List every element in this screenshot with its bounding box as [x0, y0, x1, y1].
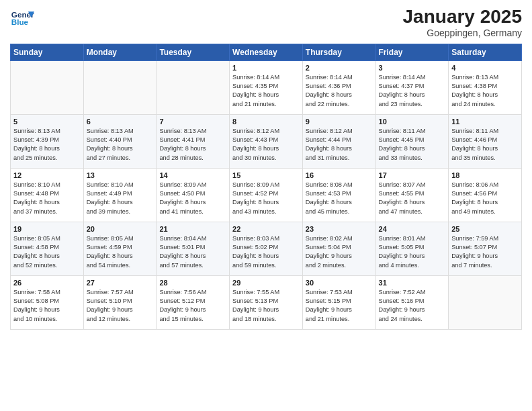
calendar-cell: 16Sunrise: 8:08 AM Sunset: 4:53 PM Dayli…: [302, 168, 375, 222]
day-info: Sunrise: 8:14 AM Sunset: 4:37 PM Dayligh…: [379, 73, 446, 109]
calendar-cell: 4Sunrise: 8:13 AM Sunset: 4:38 PM Daylig…: [449, 60, 522, 114]
day-number: 16: [306, 171, 373, 179]
day-info: Sunrise: 8:13 AM Sunset: 4:40 PM Dayligh…: [87, 127, 154, 163]
calendar-cell: 17Sunrise: 8:07 AM Sunset: 4:55 PM Dayli…: [375, 168, 449, 222]
day-info: Sunrise: 8:11 AM Sunset: 4:45 PM Dayligh…: [379, 127, 446, 163]
day-info: Sunrise: 8:08 AM Sunset: 4:53 PM Dayligh…: [306, 181, 373, 216]
day-number: 3: [379, 64, 446, 72]
day-number: 22: [232, 225, 300, 233]
calendar-week-row: 26Sunrise: 7:58 AM Sunset: 5:08 PM Dayli…: [11, 275, 522, 329]
day-number: 15: [232, 171, 300, 179]
day-number: 13: [87, 171, 154, 179]
day-number: 1: [232, 64, 300, 72]
day-number: 6: [87, 118, 154, 126]
day-info: Sunrise: 8:11 AM Sunset: 4:46 PM Dayligh…: [451, 127, 519, 163]
calendar-cell: 11Sunrise: 8:11 AM Sunset: 4:46 PM Dayli…: [449, 114, 522, 168]
page: General Blue January 2025 Goeppingen, Ge…: [0, 0, 532, 411]
calendar: SundayMondayTuesdayWednesdayThursdayFrid…: [10, 44, 522, 330]
day-info: Sunrise: 8:12 AM Sunset: 4:44 PM Dayligh…: [306, 127, 373, 163]
calendar-cell: 28Sunrise: 7:56 AM Sunset: 5:12 PM Dayli…: [157, 275, 230, 329]
header: General Blue January 2025 Goeppingen, Ge…: [10, 7, 522, 38]
logo: General Blue: [10, 7, 34, 31]
calendar-week-row: 5Sunrise: 8:13 AM Sunset: 4:39 PM Daylig…: [11, 114, 522, 168]
day-number: 17: [379, 171, 446, 179]
day-info: Sunrise: 8:13 AM Sunset: 4:41 PM Dayligh…: [159, 127, 226, 163]
title-block: January 2025 Goeppingen, Germany: [403, 7, 522, 38]
calendar-cell: 8Sunrise: 8:12 AM Sunset: 4:43 PM Daylig…: [230, 114, 303, 168]
calendar-cell: 6Sunrise: 8:13 AM Sunset: 4:40 PM Daylig…: [83, 114, 157, 168]
calendar-cell: 5Sunrise: 8:13 AM Sunset: 4:39 PM Daylig…: [11, 114, 84, 168]
calendar-cell: 30Sunrise: 7:53 AM Sunset: 5:15 PM Dayli…: [302, 275, 375, 329]
day-number: 30: [306, 279, 373, 287]
day-info: Sunrise: 7:52 AM Sunset: 5:16 PM Dayligh…: [379, 288, 446, 324]
day-number: 5: [13, 118, 81, 126]
day-info: Sunrise: 7:57 AM Sunset: 5:10 PM Dayligh…: [87, 288, 154, 324]
weekday-header: Tuesday: [157, 44, 230, 60]
calendar-cell: 3Sunrise: 8:14 AM Sunset: 4:37 PM Daylig…: [375, 60, 449, 114]
logo-icon: General Blue: [10, 7, 34, 31]
day-number: 29: [232, 279, 300, 287]
day-number: 18: [451, 171, 519, 179]
calendar-cell: [157, 60, 230, 114]
calendar-cell: 25Sunrise: 7:59 AM Sunset: 5:07 PM Dayli…: [449, 222, 522, 275]
day-info: Sunrise: 8:04 AM Sunset: 5:01 PM Dayligh…: [159, 234, 226, 270]
page-subtitle: Goeppingen, Germany: [403, 28, 522, 38]
day-number: 2: [306, 64, 373, 72]
weekday-header: Monday: [83, 44, 157, 60]
day-info: Sunrise: 8:14 AM Sunset: 4:35 PM Dayligh…: [232, 73, 300, 109]
calendar-cell: [11, 60, 84, 114]
day-info: Sunrise: 8:09 AM Sunset: 4:50 PM Dayligh…: [159, 181, 226, 216]
weekday-header: Friday: [375, 44, 449, 60]
calendar-cell: 29Sunrise: 7:55 AM Sunset: 5:13 PM Dayli…: [230, 275, 303, 329]
day-number: 11: [451, 118, 519, 126]
day-info: Sunrise: 8:06 AM Sunset: 4:56 PM Dayligh…: [451, 181, 519, 216]
day-number: 27: [87, 279, 154, 287]
page-title: January 2025: [403, 7, 522, 28]
day-info: Sunrise: 8:10 AM Sunset: 4:49 PM Dayligh…: [87, 181, 154, 216]
day-info: Sunrise: 8:14 AM Sunset: 4:36 PM Dayligh…: [306, 73, 373, 109]
day-info: Sunrise: 8:13 AM Sunset: 4:38 PM Dayligh…: [451, 73, 519, 109]
day-number: 9: [306, 118, 373, 126]
calendar-cell: 12Sunrise: 8:10 AM Sunset: 4:48 PM Dayli…: [11, 168, 84, 222]
day-info: Sunrise: 8:09 AM Sunset: 4:52 PM Dayligh…: [232, 181, 300, 216]
day-info: Sunrise: 8:12 AM Sunset: 4:43 PM Dayligh…: [232, 127, 300, 163]
calendar-cell: 26Sunrise: 7:58 AM Sunset: 5:08 PM Dayli…: [11, 275, 84, 329]
day-number: 8: [232, 118, 300, 126]
svg-text:Blue: Blue: [11, 17, 29, 26]
calendar-cell: 9Sunrise: 8:12 AM Sunset: 4:44 PM Daylig…: [302, 114, 375, 168]
calendar-cell: 22Sunrise: 8:03 AM Sunset: 5:02 PM Dayli…: [230, 222, 303, 275]
day-info: Sunrise: 7:58 AM Sunset: 5:08 PM Dayligh…: [13, 288, 81, 324]
weekday-header: Wednesday: [230, 44, 303, 60]
calendar-cell: 15Sunrise: 8:09 AM Sunset: 4:52 PM Dayli…: [230, 168, 303, 222]
weekday-header-row: SundayMondayTuesdayWednesdayThursdayFrid…: [11, 44, 522, 60]
day-number: 24: [379, 225, 446, 233]
calendar-cell: 18Sunrise: 8:06 AM Sunset: 4:56 PM Dayli…: [449, 168, 522, 222]
day-number: 20: [87, 225, 154, 233]
calendar-cell: 1Sunrise: 8:14 AM Sunset: 4:35 PM Daylig…: [230, 60, 303, 114]
day-number: 10: [379, 118, 446, 126]
day-number: 28: [159, 279, 226, 287]
calendar-cell: 2Sunrise: 8:14 AM Sunset: 4:36 PM Daylig…: [302, 60, 375, 114]
day-info: Sunrise: 8:01 AM Sunset: 5:05 PM Dayligh…: [379, 234, 446, 270]
calendar-cell: 27Sunrise: 7:57 AM Sunset: 5:10 PM Dayli…: [83, 275, 157, 329]
day-number: 21: [159, 225, 226, 233]
day-number: 25: [451, 225, 519, 233]
weekday-header: Sunday: [11, 44, 84, 60]
calendar-cell: 24Sunrise: 8:01 AM Sunset: 5:05 PM Dayli…: [375, 222, 449, 275]
calendar-week-row: 19Sunrise: 8:05 AM Sunset: 4:58 PM Dayli…: [11, 222, 522, 275]
calendar-cell: 13Sunrise: 8:10 AM Sunset: 4:49 PM Dayli…: [83, 168, 157, 222]
calendar-cell: 10Sunrise: 8:11 AM Sunset: 4:45 PM Dayli…: [375, 114, 449, 168]
day-info: Sunrise: 8:07 AM Sunset: 4:55 PM Dayligh…: [379, 181, 446, 216]
day-info: Sunrise: 7:56 AM Sunset: 5:12 PM Dayligh…: [159, 288, 226, 324]
day-info: Sunrise: 8:05 AM Sunset: 4:58 PM Dayligh…: [13, 234, 81, 270]
calendar-cell: 21Sunrise: 8:04 AM Sunset: 5:01 PM Dayli…: [157, 222, 230, 275]
day-number: 23: [306, 225, 373, 233]
day-number: 12: [13, 171, 81, 179]
calendar-cell: 14Sunrise: 8:09 AM Sunset: 4:50 PM Dayli…: [157, 168, 230, 222]
weekday-header: Saturday: [449, 44, 522, 60]
calendar-cell: [449, 275, 522, 329]
day-info: Sunrise: 7:55 AM Sunset: 5:13 PM Dayligh…: [232, 288, 300, 324]
calendar-cell: 23Sunrise: 8:02 AM Sunset: 5:04 PM Dayli…: [302, 222, 375, 275]
day-info: Sunrise: 8:02 AM Sunset: 5:04 PM Dayligh…: [306, 234, 373, 270]
day-number: 19: [13, 225, 81, 233]
